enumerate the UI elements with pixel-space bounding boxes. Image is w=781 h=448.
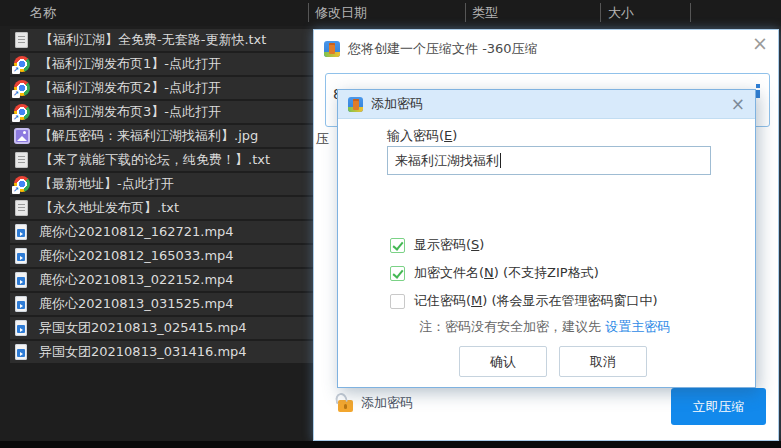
- file-name: 【福利江湖发布页1】-点此打开: [39, 55, 221, 73]
- column-type[interactable]: 类型: [472, 4, 498, 22]
- shortcut-arrow-icon: ↗: [12, 114, 20, 122]
- file-name: 【解压密码：来福利江湖找福利】.jpg: [39, 127, 258, 145]
- compress-dialog-titlebar: 您将创建一个压缩文件 -360压缩: [324, 40, 538, 58]
- bottom-taskbar-strip: [0, 441, 781, 448]
- jpg-file-icon: [14, 128, 30, 144]
- checkbox-encrypt-filenames[interactable]: 加密文件名(N) (不支持ZIP格式): [390, 264, 599, 282]
- chrome-file-icon: ↗: [14, 104, 30, 120]
- file-name: 鹿你心20210813_022152.mp4: [39, 271, 234, 289]
- file-name: 异国女团20210813_025415.mp4: [39, 319, 247, 337]
- column-size[interactable]: 大小: [608, 4, 634, 22]
- unlock-icon: [338, 400, 353, 412]
- label-text: 输入密码(: [387, 128, 444, 143]
- checkbox-box[interactable]: [390, 294, 405, 309]
- checkbox-label: 记住密码(M) (将会显示在管理密码窗口中): [414, 292, 658, 310]
- note-text: 注：密码没有安全加密，建议先: [419, 319, 605, 334]
- mp4-file-icon: [15, 296, 27, 312]
- label-text: ): [452, 128, 457, 143]
- file-name: 【永久地址发布页】.txt: [40, 199, 179, 217]
- password-field-label: 输入密码(E): [387, 127, 457, 145]
- add-password-title: 添加密码: [371, 95, 423, 113]
- txt-file-icon: [15, 32, 28, 48]
- add-password-titlebar: 添加密码 ×: [338, 90, 755, 119]
- checkbox-show-password[interactable]: 显示密码(S): [390, 236, 484, 254]
- file-name: 异国女团20210813_031416.mp4: [39, 343, 247, 361]
- txt-file-icon: [15, 200, 28, 216]
- column-name[interactable]: 名称: [30, 4, 56, 22]
- mp4-file-icon: [15, 320, 27, 336]
- file-list-header: 名称 修改日期 类型 大小: [0, 0, 781, 26]
- file-name: 【来了就能下载的论坛，纯免费！】.txt: [40, 151, 270, 169]
- checkbox-remember-password[interactable]: 记住密码(M) (将会显示在管理密码窗口中): [390, 292, 658, 310]
- file-name: 【福利江湖】全免费-无套路-更新快.txt: [40, 31, 266, 49]
- checkbox-label: 加密文件名(N) (不支持ZIP格式): [414, 264, 599, 282]
- compress-config-label: 压: [316, 130, 329, 148]
- column-divider: [308, 3, 309, 22]
- cancel-button[interactable]: 取消: [559, 346, 647, 377]
- file-name: 【福利江湖发布页2】-点此打开: [39, 79, 221, 97]
- add-password-label: 添加密码: [361, 394, 413, 412]
- column-divider: [690, 3, 691, 22]
- shortcut-arrow-icon: ↗: [12, 66, 20, 74]
- txt-file-icon: [15, 152, 28, 168]
- column-divider: [465, 3, 466, 22]
- column-divider: [600, 3, 601, 22]
- 360zip-logo-icon: [324, 41, 340, 57]
- shortcut-arrow-icon: ↗: [12, 186, 20, 194]
- mp4-file-icon: [15, 344, 27, 360]
- set-master-password-link[interactable]: 设置主密码: [605, 319, 670, 334]
- app-window: 名称 修改日期 类型 大小 【福利江湖】全免费-无套路-更新快.txt↗【福利江…: [0, 0, 781, 448]
- confirm-button[interactable]: 确认: [459, 346, 547, 377]
- compress-dialog-title: 您将创建一个压缩文件 -360压缩: [348, 40, 538, 58]
- chrome-file-icon: ↗: [14, 80, 30, 96]
- add-password-dialog: 添加密码 × 输入密码(E) 来福利江湖找福利 显示密码(S) 加密文件名(N)…: [337, 89, 756, 388]
- file-name: 鹿你心20210813_031525.mp4: [39, 295, 234, 313]
- shortcut-arrow-icon: ↗: [12, 90, 20, 98]
- security-note: 注：密码没有安全加密，建议先 设置主密码: [419, 318, 670, 336]
- checkbox-box[interactable]: [390, 238, 405, 253]
- password-value: 来福利江湖找福利: [395, 152, 499, 170]
- mp4-file-icon: [15, 224, 27, 240]
- checkbox-box[interactable]: [390, 266, 405, 281]
- file-name: 鹿你心20210812_165033.mp4: [39, 247, 234, 265]
- edit-icon: [756, 84, 760, 98]
- file-name: 【最新地址】-点此打开: [39, 175, 174, 193]
- password-input[interactable]: 来福利江湖找福利: [387, 146, 711, 175]
- add-password-link[interactable]: 添加密码: [338, 394, 413, 412]
- compress-now-button[interactable]: 立即压缩: [671, 388, 766, 425]
- file-name: 【福利江湖发布页3】-点此打开: [39, 103, 221, 121]
- close-icon[interactable]: ×: [752, 34, 768, 53]
- checkbox-label: 显示密码(S): [414, 236, 484, 254]
- column-modified[interactable]: 修改日期: [315, 4, 367, 22]
- chrome-file-icon: ↗: [14, 176, 30, 192]
- mp4-file-icon: [15, 272, 27, 288]
- chrome-file-icon: ↗: [14, 56, 30, 72]
- mp4-file-icon: [15, 248, 27, 264]
- close-icon[interactable]: ×: [731, 96, 745, 113]
- file-name: 鹿你心20210812_162721.mp4: [39, 223, 234, 241]
- text-caret: [500, 153, 501, 168]
- 360zip-logo-icon: [348, 97, 363, 112]
